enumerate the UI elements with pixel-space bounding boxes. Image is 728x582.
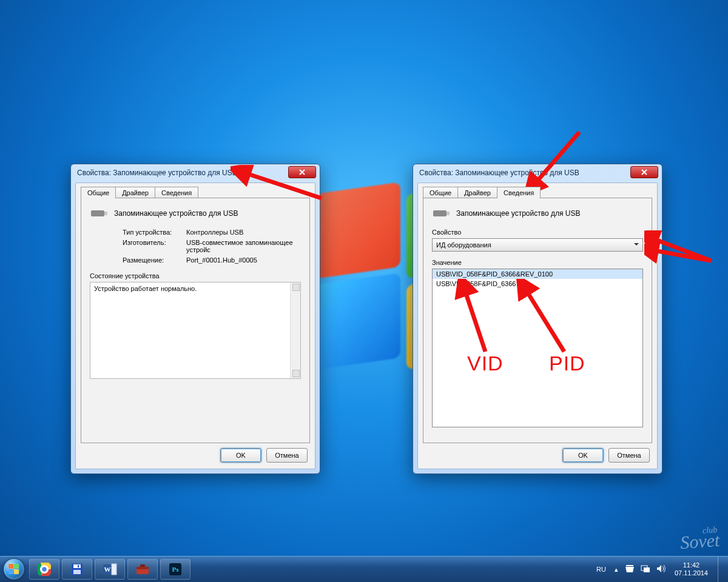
device-name: Запоминающее устройство для USB [456, 209, 580, 218]
tab-driver[interactable]: Драйвер [115, 187, 155, 198]
device-name: Запоминающее устройство для USB [114, 209, 238, 218]
type-label: Тип устройства: [90, 229, 186, 236]
properties-dialog-details: Свойства: Запоминающее устройство для US… [413, 164, 662, 474]
usb-device-icon [90, 207, 108, 220]
usb-device-icon [432, 207, 450, 220]
start-button[interactable] [0, 557, 28, 582]
client-area: Общие Драйвер Сведения Запоминающее устр… [417, 182, 658, 469]
svg-rect-6 [73, 564, 81, 568]
tab-driver[interactable]: Драйвер [457, 187, 497, 198]
clock[interactable]: 11:42 07.11.2014 [669, 561, 714, 577]
value-label: Значение [432, 259, 643, 266]
tab-general[interactable]: Общие [81, 187, 116, 198]
desktop: Свойства: Запоминающее устройство для US… [0, 0, 728, 582]
location-value: Port_#0001.Hub_#0005 [186, 256, 301, 264]
client-area: Общие Драйвер Сведения Запоминающее устр… [75, 182, 315, 469]
status-label: Состояние устройства [90, 272, 301, 279]
svg-rect-8 [78, 565, 79, 567]
vendor-value: USB-совместимое запоминающее устройс [186, 239, 301, 253]
location-label: Размещение: [90, 256, 186, 264]
tab-general[interactable]: Общие [423, 187, 458, 198]
clock-time: 11:42 [675, 561, 708, 569]
action-center-icon[interactable] [622, 564, 638, 574]
status-textbox[interactable]: Устройство работает нормально. [90, 282, 301, 379]
window-title: Свойства: Запоминающее устройство для US… [419, 169, 630, 177]
tab-strip: Общие Драйвер Сведения [423, 187, 540, 198]
dialog-buttons: OK Отмена [220, 448, 308, 463]
tab-details[interactable]: Сведения [155, 187, 198, 198]
watermark: club Sovet [679, 525, 721, 553]
titlebar[interactable]: Свойства: Запоминающее устройство для US… [71, 164, 320, 181]
close-button[interactable] [630, 166, 658, 178]
tab-details[interactable]: Сведения [497, 187, 541, 198]
ok-button[interactable]: OK [562, 448, 604, 463]
tab-panel-general: Запоминающее устройство для USB Тип устр… [81, 198, 310, 443]
dialog-buttons: OK Отмена [562, 448, 650, 463]
cancel-button[interactable]: Отмена [608, 448, 650, 463]
taskbar-app-word[interactable]: W [95, 559, 125, 580]
show-desktop-button[interactable] [718, 557, 726, 582]
language-indicator[interactable]: RU [592, 566, 611, 573]
tray-overflow-icon[interactable]: ▴ [611, 566, 622, 574]
taskbar-app-toolbox[interactable] [127, 559, 158, 580]
value-listbox[interactable]: USB\VID_058F&PID_6366&REV_0100 USB\VID_0… [432, 269, 643, 427]
svg-rect-13 [136, 567, 149, 569]
property-combobox[interactable]: ИД оборудования [432, 238, 643, 252]
svg-rect-14 [140, 564, 145, 567]
type-value: Контроллеры USB [186, 229, 301, 236]
close-button[interactable] [288, 166, 316, 178]
svg-text:W: W [104, 566, 111, 573]
tab-strip: Общие Драйвер Сведения [81, 187, 198, 198]
taskbar: W Ps RU ▴ 11:42 07.11.2014 [0, 556, 728, 582]
cancel-button[interactable]: Отмена [266, 448, 308, 463]
svg-text:Ps: Ps [172, 566, 180, 573]
taskbar-app-save[interactable] [62, 559, 92, 580]
svg-point-4 [42, 567, 47, 572]
network-icon[interactable] [638, 564, 653, 574]
window-title: Свойства: Запоминающее устройство для US… [77, 169, 288, 177]
tab-panel-details: Запоминающее устройство для USB Свойство… [423, 198, 652, 443]
property-label: Свойство [432, 229, 643, 236]
ok-button[interactable]: OK [220, 448, 261, 463]
titlebar[interactable]: Свойства: Запоминающее устройство для US… [413, 164, 662, 181]
properties-dialog-general: Свойства: Запоминающее устройство для US… [70, 164, 320, 474]
volume-icon[interactable] [653, 564, 669, 574]
svg-rect-11 [112, 564, 116, 575]
property-value: ИД оборудования [436, 241, 491, 249]
taskbar-app-chrome[interactable] [29, 559, 59, 580]
taskbar-app-photoshop[interactable]: Ps [160, 559, 190, 580]
clock-date: 07.11.2014 [675, 569, 708, 577]
svg-rect-7 [73, 570, 81, 574]
vendor-label: Изготовитель: [90, 239, 186, 253]
list-item[interactable]: USB\VID_058F&PID_6366 [433, 279, 642, 289]
system-tray: RU ▴ 11:42 07.11.2014 [592, 557, 728, 582]
list-item[interactable]: USB\VID_058F&PID_6366&REV_0100 [433, 269, 642, 279]
scrollbar[interactable] [290, 283, 300, 378]
status-text: Устройство работает нормально. [94, 285, 197, 292]
svg-rect-18 [644, 567, 650, 572]
